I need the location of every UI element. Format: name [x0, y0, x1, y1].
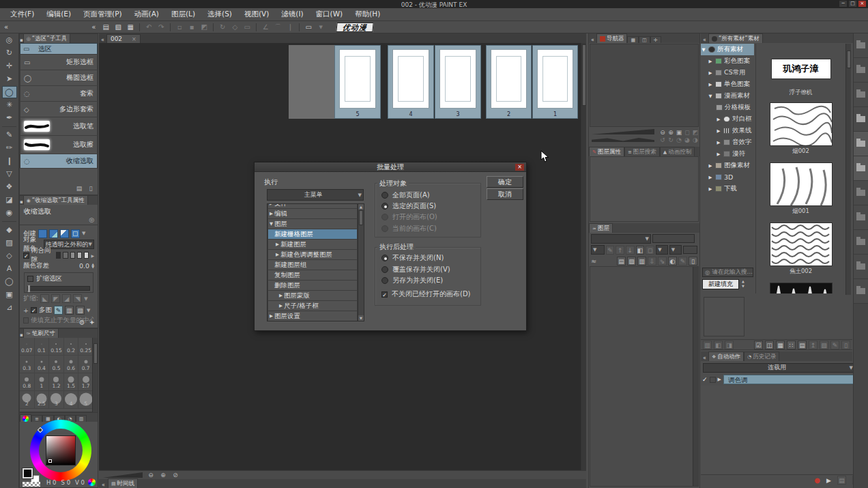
- select-mode-icon[interactable]: ☑: [754, 341, 763, 349]
- shortcut-folder-icon[interactable]: [854, 230, 868, 255]
- layer-palette-dropdown-2[interactable]: ▼: [669, 245, 682, 255]
- eyedropper-tool-icon[interactable]: ✒: [2, 112, 17, 124]
- new-folder-icon[interactable]: ▥: [637, 257, 646, 265]
- command-tree-scrollbar[interactable]: ▲ ▼: [358, 204, 364, 321]
- materials-scrollbar[interactable]: [845, 44, 851, 295]
- deselect-icon[interactable]: ▫: [174, 23, 185, 32]
- figure-tool-icon[interactable]: ◇: [2, 250, 17, 262]
- wand-tool-icon[interactable]: ✳: [2, 99, 17, 111]
- color-slider-tab[interactable]: ≡: [31, 415, 42, 422]
- zoom-out-icon[interactable]: ⊖: [147, 472, 155, 479]
- material-item-texture[interactable]: [770, 223, 833, 266]
- grid-view-icon[interactable]: ▦: [776, 341, 785, 349]
- snap-special-icon[interactable]: ⌒: [272, 23, 283, 32]
- stepper-down-icon[interactable]: ▼: [742, 284, 744, 289]
- tree-sound-effect[interactable]: ▶音效字: [701, 137, 754, 148]
- timeline-tab[interactable]: ▤时间线: [108, 478, 138, 488]
- autoaction-collapse-icon[interactable]: «: [701, 355, 708, 361]
- vector-center-checkbox[interactable]: [23, 317, 29, 324]
- navigator-zoom-slider[interactable]: [592, 129, 654, 134]
- post-no-save-radio[interactable]: 不保存并关闭(N): [381, 253, 444, 263]
- tree-item-layer-mask[interactable]: ▶图层蒙版: [267, 290, 358, 301]
- auto-action-list[interactable]: [701, 386, 868, 474]
- shortcut-folder-icon[interactable]: [854, 205, 868, 230]
- zoom-reset-icon[interactable]: ⊘: [171, 472, 179, 479]
- shortcut-folder-icon[interactable]: [854, 255, 868, 279]
- brush-size-cell[interactable]: 1.5: [64, 373, 79, 391]
- menu-select[interactable]: 选择(S): [201, 8, 238, 20]
- selection-add-icon[interactable]: [49, 229, 58, 238]
- collapse-dock-icon[interactable]: «: [87, 23, 100, 31]
- new-vector-layer-icon[interactable]: ▨: [627, 257, 636, 265]
- layer-palette-dropdown-1[interactable]: ▼: [656, 245, 668, 255]
- open-file-icon[interactable]: ▧: [113, 23, 124, 32]
- tool-property-tab[interactable]: ◉“收缩选取”工具属性: [23, 196, 88, 205]
- subtool-select-eraser[interactable]: 选取擦: [20, 135, 98, 154]
- layer-pen-icon[interactable]: ✎: [606, 246, 615, 255]
- materials-tab[interactable]: “所有素材”素材: [708, 33, 763, 43]
- delete-layer-icon[interactable]: ▯: [689, 257, 697, 265]
- multi-ref-all-icon[interactable]: ✎: [54, 306, 63, 315]
- scroll-thumb[interactable]: [359, 210, 363, 225]
- canvas-vertical-scrollbar[interactable]: [581, 43, 586, 470]
- nav-fit-icon[interactable]: ▣: [675, 129, 683, 137]
- layer-down-icon[interactable]: ↓: [626, 246, 635, 255]
- gap-size-3[interactable]: [70, 252, 75, 259]
- scroll-up-icon[interactable]: ▲: [358, 204, 364, 210]
- nav-rotate-reset-icon[interactable]: ◔: [675, 137, 683, 144]
- brush-size-cell[interactable]: 0.15: [49, 338, 64, 356]
- apply-mask-icon[interactable]: ✎: [678, 257, 687, 265]
- dialog-close-icon[interactable]: ×: [515, 164, 524, 171]
- shortcut-folder-icon[interactable]: [854, 181, 868, 205]
- page-thumbnail[interactable]: 2: [486, 45, 532, 119]
- tree-item-new-layer[interactable]: ▶新建图层: [267, 239, 358, 250]
- tree-download[interactable]: ▶下载: [701, 183, 754, 195]
- subtool-shrink-select[interactable]: ◌收缩选取: [20, 154, 98, 169]
- next-folder-icon[interactable]: ◨: [725, 341, 734, 349]
- menu-animation[interactable]: 动画(A): [128, 8, 165, 20]
- brush-size-cell[interactable]: 0.3: [20, 356, 35, 373]
- tree-3d[interactable]: ▶3D: [701, 171, 754, 183]
- target-selected-pages-radio[interactable]: 选定的页面(S): [381, 201, 436, 211]
- new-folder-material-icon[interactable]: ▥: [703, 341, 712, 349]
- brush-size-cell[interactable]: 2.5: [35, 391, 50, 409]
- color-margin-value[interactable]: 0.0: [79, 262, 89, 270]
- blend-mode-dropdown[interactable]: ▼: [591, 234, 651, 244]
- scale-mode-3-icon[interactable]: ◢: [62, 294, 71, 303]
- delete-subtool-icon[interactable]: ▯: [87, 185, 95, 192]
- menu-filter[interactable]: 滤镜(I): [275, 8, 309, 20]
- color-picker-icon[interactable]: [88, 478, 96, 486]
- new-file-icon[interactable]: ▤: [100, 23, 111, 32]
- opacity-field[interactable]: [652, 234, 695, 243]
- tree-effect-line[interactable]: ▶效果线: [701, 125, 754, 137]
- subtool-tab[interactable]: ◎“选区”子工具: [23, 34, 70, 43]
- dock-collapse-icon[interactable]: «: [589, 37, 596, 43]
- balloon-tool-icon[interactable]: ◯: [2, 276, 17, 288]
- workspace-icon[interactable]: ▭: [303, 23, 314, 32]
- subtool-rect-select[interactable]: ▭矩形选框: [20, 54, 98, 70]
- undo-icon[interactable]: ↶: [143, 23, 154, 32]
- menu-page-manage[interactable]: 页面管理(P): [77, 8, 128, 20]
- page-thumbnail[interactable]: 4: [388, 45, 434, 119]
- post-overwrite-radio[interactable]: 覆盖保存并关闭(V): [381, 265, 450, 274]
- brush-size-cell[interactable]: 0.7: [78, 356, 93, 373]
- airbrush-tool-icon[interactable]: ▽: [2, 168, 17, 180]
- delete-material-icon[interactable]: ▯: [841, 341, 850, 349]
- scale-mode-2-icon[interactable]: ◤: [51, 294, 60, 303]
- action-set-dropdown[interactable]: 连载用 ▼: [703, 363, 855, 373]
- gap-size-5[interactable]: [84, 252, 89, 259]
- tree-item-duplicate-layer[interactable]: 复制图层: [267, 270, 358, 281]
- multi-ref-folder-icon[interactable]: ▥: [65, 306, 74, 315]
- navigator-tab[interactable]: 导航器: [596, 33, 628, 43]
- gradient-tool-icon[interactable]: ▨: [2, 237, 17, 249]
- snap-grid-icon[interactable]: ❘: [285, 23, 295, 32]
- shortcut-folder-icon[interactable]: [854, 279, 868, 304]
- menu-edit[interactable]: 编辑(E): [40, 8, 77, 20]
- menu-file[interactable]: 文件(F): [4, 8, 40, 20]
- nav-mirror-icon[interactable]: ◑: [691, 137, 699, 144]
- tree-mono-pattern[interactable]: ▶单色图案: [701, 78, 754, 90]
- layer-lock-alpha-icon[interactable]: ◻: [646, 246, 654, 255]
- nav-reset-icon[interactable]: ◕: [683, 137, 691, 144]
- action-pause-checkbox[interactable]: [710, 377, 716, 383]
- action-enabled-check-icon[interactable]: ✓: [702, 376, 708, 383]
